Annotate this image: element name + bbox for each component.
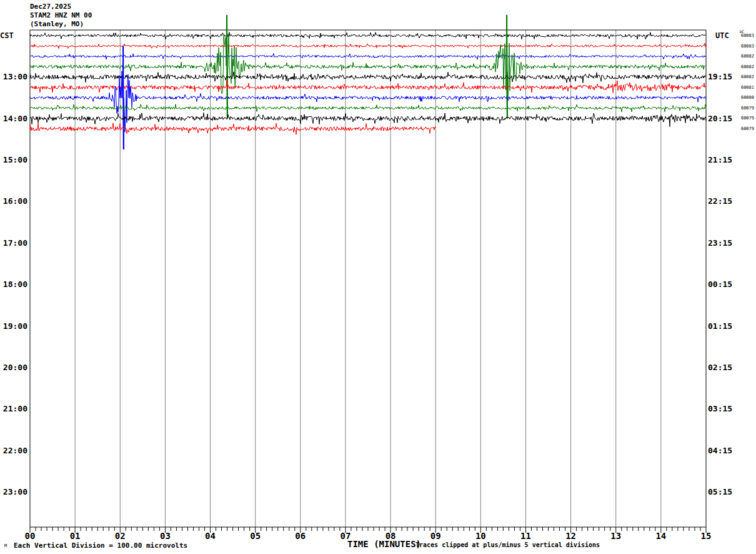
gain-label: 60082 — [725, 54, 754, 59]
scale-mark: M — [4, 543, 7, 548]
hour-label-utc: 05:15 — [708, 487, 739, 496]
trace-row — [30, 123, 436, 135]
hour-label-cst: 19:00 — [0, 321, 27, 331]
hour-label-cst: 14:00 — [0, 114, 27, 123]
hour-label-cst: 13:00 — [0, 72, 27, 81]
helicorder-page: Dec27,2025 STAM2 HNZ NM 00 (Stanley, MO)… — [0, 0, 756, 554]
clip-note: Traces clipped at plus/minus 5 vertical … — [415, 541, 600, 548]
minute-label: 05 — [244, 531, 267, 541]
trace-row — [30, 113, 706, 126]
minute-label: 12 — [560, 531, 582, 541]
gain-label: 60083 — [725, 34, 754, 38]
minute-label: 13 — [605, 531, 627, 541]
hour-label-cst: 15:00 — [0, 155, 27, 164]
trace-row — [30, 46, 706, 150]
gain-label: 60083 — [725, 44, 754, 49]
hour-label-cst: 18:00 — [0, 280, 27, 289]
scale-note: Each Vertical Division = 100.00 microvol… — [14, 541, 187, 550]
minute-label: 03 — [154, 531, 176, 541]
gain-label: 60079 — [725, 127, 754, 131]
hour-label-cst: 22:00 — [0, 446, 27, 455]
trace-row — [30, 104, 706, 112]
minute-label: 14 — [650, 531, 672, 541]
hour-label-cst: 21:00 — [0, 404, 27, 413]
gain-label: 60081 — [725, 86, 754, 90]
hour-label-utc: 04:15 — [708, 446, 739, 455]
minute-label: 10 — [469, 531, 492, 541]
hour-label-utc: 23:15 — [708, 238, 739, 248]
hour-label-utc: 00:15 — [708, 280, 739, 289]
minute-label: 15 — [695, 531, 717, 541]
hour-label-cst: 23:00 — [0, 487, 27, 496]
hour-label-utc: 22:15 — [708, 196, 739, 206]
hour-label-cst: 20:00 — [0, 363, 27, 372]
trace-row — [30, 43, 706, 48]
hour-label-utc: 21:15 — [708, 155, 739, 164]
hour-label-utc: 02:15 — [708, 363, 739, 372]
hour-label-cst: 16:00 — [0, 196, 27, 206]
gain-label: 60079 — [725, 106, 754, 111]
minute-label: 06 — [289, 531, 312, 541]
gain-label: 60082 — [725, 75, 754, 79]
hour-label-utc: 01:15 — [708, 321, 739, 331]
gain-label: 60080 — [725, 96, 754, 100]
trace-row — [30, 53, 706, 59]
gain-label: 60079 — [725, 116, 754, 121]
trace-row — [30, 80, 706, 93]
hour-label-cst: 17:00 — [0, 238, 27, 248]
minute-label: 09 — [424, 531, 447, 541]
helicorder-plot — [0, 0, 756, 554]
hour-label-utc: 03:15 — [708, 404, 739, 413]
trace-row — [30, 72, 706, 83]
time-axis-title: TIME (MINUTES) — [347, 539, 421, 549]
trace-row — [30, 32, 706, 39]
minute-label: 11 — [514, 531, 537, 541]
minute-label: 04 — [199, 531, 222, 541]
minute-label: 00 — [19, 531, 41, 541]
minute-label: 01 — [64, 531, 86, 541]
minute-label: 02 — [109, 531, 131, 541]
gain-label: 60082 — [725, 65, 754, 69]
